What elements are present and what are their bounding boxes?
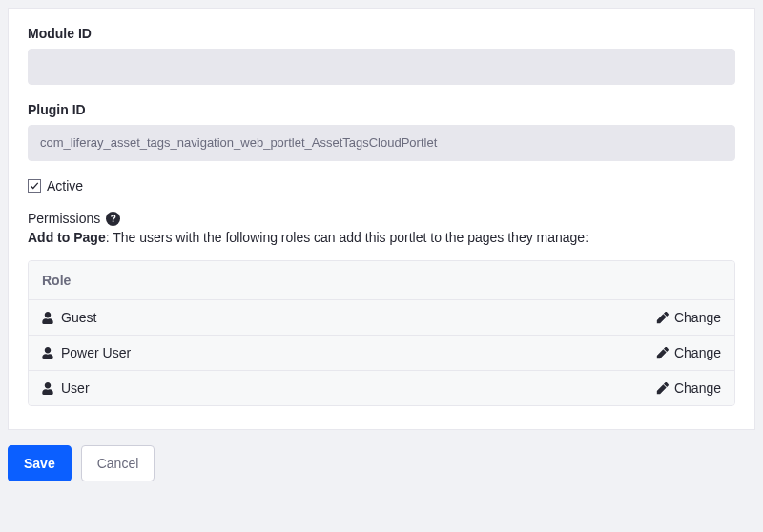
table-row: Guest Change	[29, 300, 734, 336]
plugin-id-label: Plugin ID	[28, 102, 735, 117]
permissions-heading: Permissions	[28, 211, 100, 226]
roles-table-header: Role	[29, 261, 734, 300]
user-icon	[42, 347, 53, 359]
table-row: User Change	[29, 371, 734, 405]
edit-icon	[656, 312, 669, 324]
active-label: Active	[47, 178, 83, 194]
form-actions: Save Cancel	[8, 445, 755, 481]
active-checkbox-row[interactable]: Active	[28, 178, 735, 194]
checkmark-icon	[30, 181, 39, 191]
permissions-caption-text: : The users with the following roles can…	[106, 230, 588, 245]
user-icon	[42, 312, 53, 324]
module-id-field	[28, 49, 735, 85]
change-role-link[interactable]: Change	[656, 345, 721, 360]
module-id-label: Module ID	[28, 26, 735, 41]
change-label: Change	[674, 345, 721, 360]
permissions-caption: Add to Page: The users with the followin…	[28, 230, 735, 245]
plugin-id-field: com_liferay_asset_tags_navigation_web_po…	[28, 125, 735, 161]
roles-table: Role Guest Change	[28, 260, 735, 406]
permissions-help-icon[interactable]: ?	[106, 212, 120, 226]
role-name: Power User	[61, 345, 131, 360]
edit-icon	[656, 382, 669, 395]
role-name: Guest	[61, 310, 96, 325]
user-icon	[42, 382, 53, 395]
change-label: Change	[674, 380, 721, 396]
permissions-caption-label: Add to Page	[28, 230, 106, 245]
role-name: User	[61, 380, 90, 396]
change-label: Change	[674, 310, 721, 325]
change-role-link[interactable]: Change	[656, 310, 721, 325]
save-button[interactable]: Save	[8, 445, 72, 481]
active-checkbox[interactable]	[28, 179, 41, 193]
change-role-link[interactable]: Change	[656, 380, 721, 396]
settings-panel: Module ID Plugin ID com_liferay_asset_ta…	[8, 8, 755, 430]
cancel-button[interactable]: Cancel	[81, 445, 155, 481]
table-row: Power User Change	[29, 336, 734, 371]
edit-icon	[656, 347, 669, 359]
